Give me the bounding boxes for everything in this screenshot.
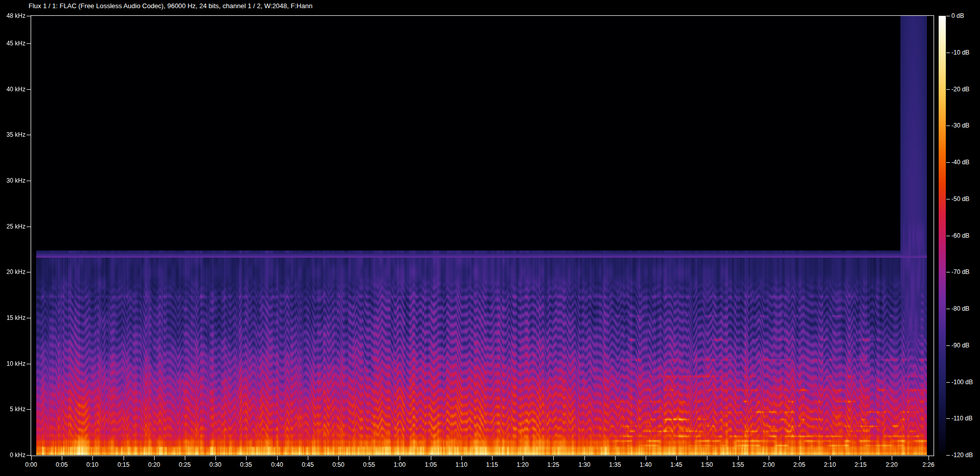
db-tick-mark xyxy=(946,162,950,163)
freq-tick-label: 25 kHz xyxy=(1,223,26,230)
time-tick-label: 0:05 xyxy=(51,461,73,468)
time-tick-label: 0:20 xyxy=(143,461,165,468)
db-tick-label: -20 dB xyxy=(951,86,969,93)
legend-colorbar xyxy=(939,16,946,455)
db-tick-label: -10 dB xyxy=(951,49,969,56)
time-tick-mark xyxy=(615,456,616,460)
time-tick-mark xyxy=(769,456,769,460)
time-tick-mark xyxy=(492,456,493,460)
spectrogram-canvas xyxy=(31,16,933,455)
db-tick-mark xyxy=(946,53,950,53)
time-tick-label: 0:45 xyxy=(297,461,319,468)
db-tick-mark xyxy=(946,16,950,16)
time-tick-label: 2:00 xyxy=(757,461,780,468)
time-tick-label: 1:05 xyxy=(420,461,442,468)
time-tick-mark xyxy=(277,456,278,460)
time-tick-label: 0:50 xyxy=(327,461,350,468)
freq-tick-mark xyxy=(27,16,31,16)
time-tick-label: 1:20 xyxy=(511,461,534,468)
spek-window: Flux 1 / 1: FLAC (Free Lossless Audio Co… xyxy=(0,0,980,476)
time-tick-mark xyxy=(369,456,370,460)
freq-tick-mark xyxy=(27,409,31,410)
time-tick-label: 1:35 xyxy=(604,461,626,468)
time-tick-mark xyxy=(584,456,585,460)
time-tick-label: 0:30 xyxy=(204,461,227,468)
freq-tick-label: 30 kHz xyxy=(1,177,26,184)
db-tick-label: -100 dB xyxy=(951,379,973,386)
time-tick-mark xyxy=(431,456,431,460)
time-tick-label: 0:40 xyxy=(266,461,288,468)
time-tick-mark xyxy=(246,456,247,460)
freq-tick-label: 5 kHz xyxy=(1,406,26,413)
db-tick-mark xyxy=(946,309,950,309)
freq-tick-label: 15 kHz xyxy=(1,314,26,321)
freq-tick-label: 10 kHz xyxy=(1,360,26,367)
time-tick-mark xyxy=(31,456,32,460)
time-tick-mark xyxy=(738,456,739,460)
time-tick-label: 1:50 xyxy=(696,461,718,468)
time-tick-mark xyxy=(92,456,93,460)
time-tick-label: 2:05 xyxy=(788,461,811,468)
time-tick-label: 0:00 xyxy=(20,461,42,468)
db-tick-label: -60 dB xyxy=(951,232,969,239)
db-tick-mark xyxy=(946,272,950,272)
spectrogram-title: Flux 1 / 1: FLAC (Free Lossless Audio Co… xyxy=(29,2,312,10)
db-tick-mark xyxy=(946,382,950,383)
time-tick-mark xyxy=(676,456,677,460)
time-tick-mark xyxy=(861,456,861,460)
time-tick-mark xyxy=(928,456,929,460)
db-tick-label: -40 dB xyxy=(951,159,969,166)
time-tick-mark xyxy=(124,456,124,460)
freq-tick-mark xyxy=(27,272,31,272)
time-tick-label: 0:10 xyxy=(81,461,104,468)
time-tick-label: 0:55 xyxy=(358,461,380,468)
time-tick-mark xyxy=(646,456,646,460)
time-tick-label: 2:26 xyxy=(917,461,940,468)
db-tick-label: -90 dB xyxy=(951,342,969,349)
time-tick-mark xyxy=(185,456,185,460)
time-tick-mark xyxy=(799,456,800,460)
db-tick-label: -30 dB xyxy=(951,122,969,129)
freq-tick-mark xyxy=(27,181,31,181)
db-tick-label: -120 dB xyxy=(951,452,973,459)
time-tick-label: 1:00 xyxy=(388,461,411,468)
db-tick-label: -50 dB xyxy=(951,195,969,203)
freq-tick-mark xyxy=(27,89,31,90)
freq-tick-label: 45 kHz xyxy=(1,40,26,47)
freq-tick-label: 20 kHz xyxy=(1,268,26,275)
db-tick-label: 0 dB xyxy=(951,12,964,19)
db-tick-mark xyxy=(946,89,950,90)
time-tick-label: 1:15 xyxy=(481,461,503,468)
db-tick-mark xyxy=(946,345,950,346)
time-tick-mark xyxy=(523,456,523,460)
db-tick-label: -80 dB xyxy=(951,305,969,312)
time-tick-label: 1:45 xyxy=(665,461,688,468)
time-tick-label: 2:10 xyxy=(819,461,841,468)
time-tick-mark xyxy=(154,456,155,460)
db-tick-mark xyxy=(946,236,950,236)
time-tick-mark xyxy=(215,456,216,460)
time-tick-mark xyxy=(461,456,462,460)
time-tick-mark xyxy=(62,456,62,460)
time-tick-label: 1:30 xyxy=(573,461,596,468)
db-tick-label: -70 dB xyxy=(951,268,969,275)
time-tick-label: 1:10 xyxy=(450,461,473,468)
freq-tick-mark xyxy=(27,135,31,135)
time-tick-mark xyxy=(707,456,707,460)
time-tick-label: 1:55 xyxy=(727,461,749,468)
time-tick-label: 0:25 xyxy=(174,461,196,468)
db-tick-mark xyxy=(946,455,950,456)
time-tick-label: 1:25 xyxy=(542,461,565,468)
time-tick-mark xyxy=(830,456,830,460)
db-tick-mark xyxy=(946,418,950,419)
freq-tick-mark xyxy=(27,455,31,456)
freq-tick-mark xyxy=(27,227,31,227)
time-tick-label: 0:15 xyxy=(112,461,135,468)
freq-tick-mark xyxy=(27,364,31,364)
time-tick-label: 2:15 xyxy=(849,461,872,468)
freq-tick-label: 35 kHz xyxy=(1,131,26,138)
freq-tick-mark xyxy=(27,43,31,44)
time-tick-mark xyxy=(400,456,400,460)
freq-tick-label: 0 kHz xyxy=(1,452,26,459)
time-tick-label: 1:40 xyxy=(634,461,657,468)
